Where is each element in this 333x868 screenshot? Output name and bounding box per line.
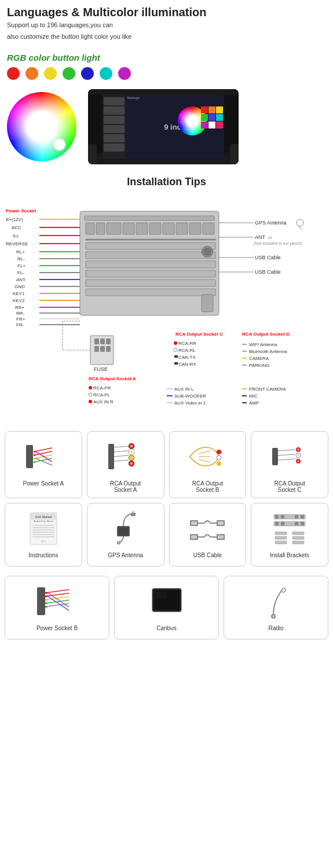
acc-rca-socket-a-image bbox=[100, 436, 152, 477]
acc-rca-socket-a-label: RCA OutputSocket A bbox=[110, 480, 141, 493]
svg-rect-187 bbox=[301, 515, 304, 518]
svg-point-137 bbox=[130, 462, 133, 465]
acc-gps-antenna: GPS Antenna bbox=[87, 503, 164, 567]
power-socket-b-svg bbox=[34, 583, 80, 620]
svg-text:ILL: ILL bbox=[13, 233, 20, 238]
color-dot-6 bbox=[118, 67, 131, 80]
accessories-grid-row2: User Manual Android Car Stereo V3.1 Inst… bbox=[5, 503, 328, 567]
row-spacer-2 bbox=[5, 567, 328, 571]
acc-usb-cable-image bbox=[181, 508, 233, 549]
svg-rect-166 bbox=[118, 527, 129, 535]
svg-text:RL-: RL- bbox=[17, 256, 25, 262]
scg-magenta bbox=[201, 122, 208, 128]
scg-pink bbox=[216, 122, 223, 128]
scg-blue bbox=[208, 114, 215, 121]
scg-white bbox=[208, 122, 215, 128]
svg-rect-144 bbox=[272, 448, 278, 465]
svg-rect-82 bbox=[174, 355, 178, 358]
rgb-label: RGB color button light bbox=[7, 53, 326, 62]
svg-rect-196 bbox=[292, 536, 304, 539]
scg-red bbox=[201, 106, 208, 113]
svg-rect-183 bbox=[274, 514, 305, 519]
acc-canbus-image bbox=[141, 581, 193, 621]
install-brackets-svg bbox=[269, 510, 310, 547]
svg-point-80 bbox=[174, 348, 177, 352]
svg-rect-181 bbox=[218, 535, 224, 539]
svg-rect-114 bbox=[26, 445, 33, 468]
svg-rect-214 bbox=[155, 591, 167, 598]
svg-rect-192 bbox=[301, 522, 304, 525]
svg-rect-1 bbox=[85, 216, 214, 220]
svg-rect-161 bbox=[32, 532, 54, 533]
acc-radio-label: Radio bbox=[268, 625, 283, 631]
svg-point-56 bbox=[297, 219, 303, 226]
svg-line-205 bbox=[47, 590, 69, 593]
svg-rect-7 bbox=[149, 223, 161, 234]
svg-text:ACC: ACC bbox=[12, 225, 21, 230]
acc-instructions-label: Instructions bbox=[28, 552, 58, 558]
svg-line-147 bbox=[278, 459, 295, 460]
svg-rect-72 bbox=[106, 346, 111, 352]
screen-main: Settings 9 inch bbox=[126, 95, 224, 159]
svg-text:AMP: AMP bbox=[249, 400, 259, 406]
acc-power-socket-b-image bbox=[31, 581, 83, 621]
color-dot-0 bbox=[7, 67, 20, 80]
svg-point-143 bbox=[217, 461, 221, 466]
svg-point-131 bbox=[130, 445, 133, 447]
sidebar-item-4 bbox=[104, 125, 125, 133]
color-dots-row bbox=[7, 67, 326, 80]
screen-sidebar bbox=[103, 95, 126, 159]
screen-settings-text: Settings bbox=[127, 96, 140, 100]
svg-text:FR-: FR- bbox=[16, 322, 24, 328]
svg-rect-158 bbox=[32, 525, 54, 526]
acc-rca-socket-c-label: RCA OutputSocket C bbox=[274, 480, 305, 493]
svg-rect-185 bbox=[281, 515, 284, 518]
svg-rect-175 bbox=[218, 521, 224, 525]
svg-rect-8 bbox=[163, 223, 174, 234]
acc-rca-socket-b: RCA OutputSocket B bbox=[169, 431, 247, 498]
svg-text:PARKING: PARKING bbox=[249, 363, 269, 368]
svg-point-135 bbox=[130, 457, 133, 459]
install-title: Installation Tips bbox=[5, 176, 328, 188]
svg-text:or: or bbox=[268, 235, 272, 240]
car-mount-right bbox=[230, 144, 239, 164]
acc-gps-antenna-label: GPS Antenna bbox=[108, 552, 143, 558]
acc-gps-antenna-image bbox=[100, 508, 152, 549]
svg-rect-203 bbox=[45, 602, 47, 604]
svg-rect-84 bbox=[174, 362, 178, 365]
canbus-svg bbox=[144, 583, 190, 620]
svg-text:WIFI Antenna: WIFI Antenna bbox=[249, 342, 277, 347]
svg-rect-6 bbox=[136, 223, 148, 234]
svg-rect-188 bbox=[274, 521, 305, 526]
scg-yellow bbox=[216, 106, 223, 113]
acc-install-brackets: Install Brackets bbox=[251, 503, 328, 567]
svg-rect-69 bbox=[106, 339, 111, 344]
svg-rect-5 bbox=[123, 223, 134, 234]
svg-text:RCA-FL: RCA-FL bbox=[93, 392, 110, 398]
color-wheel bbox=[7, 92, 76, 161]
svg-text:RCA-RR: RCA-RR bbox=[178, 341, 196, 346]
sidebar-item-2 bbox=[104, 106, 125, 115]
radio-svg bbox=[253, 583, 299, 620]
rca-socket-b-svg bbox=[187, 439, 228, 474]
usb-cable-svg bbox=[187, 510, 228, 547]
svg-line-146 bbox=[278, 454, 295, 455]
svg-point-153 bbox=[298, 461, 299, 462]
acc-install-brackets-label: Install Brackets bbox=[270, 552, 309, 558]
color-dot-1 bbox=[25, 67, 38, 80]
svg-rect-9 bbox=[176, 223, 188, 234]
svg-rect-4 bbox=[107, 223, 121, 234]
svg-text:KEY1: KEY1 bbox=[13, 291, 25, 296]
svg-text:Android Car Stereo: Android Car Stereo bbox=[34, 520, 54, 523]
row-spacer-1 bbox=[5, 498, 328, 503]
power-socket-a-svg bbox=[23, 439, 64, 474]
svg-text:REVERSE: REVERSE bbox=[6, 241, 28, 247]
scg-orange bbox=[208, 106, 215, 113]
svg-rect-195 bbox=[275, 536, 287, 539]
svg-text:RCA-RL: RCA-RL bbox=[178, 348, 196, 353]
acc-usb-cable-label: USB Cable bbox=[193, 552, 222, 558]
svg-text:FL-: FL- bbox=[17, 270, 24, 275]
svg-rect-17 bbox=[86, 279, 215, 286]
svg-text:AUX IN R: AUX IN R bbox=[93, 399, 114, 404]
acc-radio-image bbox=[250, 581, 302, 621]
